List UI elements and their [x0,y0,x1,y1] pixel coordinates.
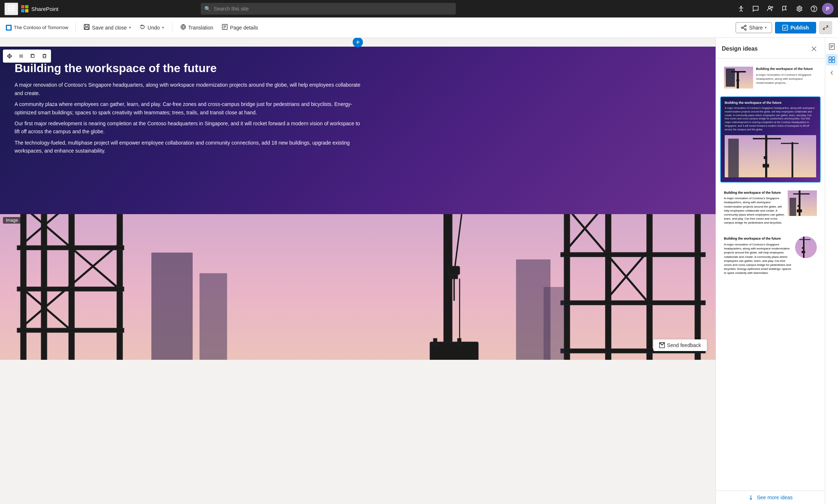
design-idea-card-4[interactable]: Building the workspace of the future A m… [720,233,821,279]
help-button[interactable] [807,2,821,15]
see-more-label: See more ideas [757,495,792,500]
svg-rect-102 [736,79,739,81]
people-button[interactable] [764,2,777,15]
design-panel-title: Design ideas [722,46,758,52]
site-icon [6,25,12,31]
add-section-button[interactable]: + [353,38,363,47]
toolbar-divider-1 [75,23,76,33]
svg-point-17 [811,6,817,12]
chat-button[interactable] [749,2,762,15]
card3-text: Building the workspace of the future A m… [724,190,785,225]
sidebar-page-btn[interactable] [826,41,838,52]
duplicate-section-button[interactable] [28,51,38,61]
send-feedback-label: Send feedback [667,342,701,348]
card1-body: A major renovation of Contoso's Singapor… [756,73,817,85]
waffle-menu-button[interactable] [4,3,18,15]
section-settings-button[interactable] [16,51,26,61]
search-container: 🔍 [201,3,456,15]
site-breadcrumb[interactable]: The Contoso of Tomorrow [6,25,68,31]
svg-rect-40 [43,55,46,58]
svg-rect-33 [783,25,788,30]
svg-rect-131 [832,57,835,59]
save-close-label: Save and close [92,25,127,31]
send-feedback-button[interactable]: Send feedback [653,339,707,351]
svg-line-35 [823,27,825,29]
top-navigation: SharePoint 🔍 P [0,0,838,17]
undo-button[interactable]: Undo ▾ [136,22,167,34]
delete-section-button[interactable] [39,51,50,61]
svg-rect-114 [793,193,810,194]
settings-button[interactable] [793,2,806,15]
svg-rect-39 [31,55,34,58]
hero-section[interactable]: Building the workspace of the future A m… [0,47,716,214]
svg-rect-106 [753,138,781,139]
svg-rect-4 [11,7,12,9]
sidebar-arrow-btn[interactable] [826,67,838,79]
design-panel-ideas-list: Building the workspace of the future A m… [716,59,825,491]
svg-rect-19 [7,26,11,29]
design-panel-close-button[interactable] [809,44,819,54]
svg-point-28 [745,25,746,27]
translation-icon [180,24,186,31]
save-close-dropdown-arrow[interactable]: ▾ [129,25,131,29]
save-close-button[interactable]: Save and close ▾ [80,22,134,34]
hero-title[interactable]: Building the workspace of the future [15,61,701,75]
undo-label: Undo [148,25,160,31]
svg-line-12 [740,10,741,12]
svg-line-13 [741,10,743,12]
svg-rect-125 [802,251,805,253]
logo-sq-red [21,5,24,8]
undo-dropdown-arrow[interactable]: ▾ [162,25,164,29]
design-idea-card-1[interactable]: Building the workspace of the future A m… [720,63,821,92]
svg-rect-110 [791,142,793,177]
save-icon [84,24,90,31]
translation-button[interactable]: Translation [177,22,217,34]
page-canvas[interactable]: + Building the workspace of the future [0,38,716,504]
share-button[interactable]: Share ▾ [736,22,772,33]
publish-button[interactable]: Publish [775,22,816,34]
hero-body[interactable]: A major renovation of Contoso's Singapor… [15,81,364,155]
design-idea-card-3[interactable]: Building the workspace of the future A m… [720,187,821,229]
search-input[interactable] [201,3,456,15]
svg-point-29 [741,27,743,28]
flag-button[interactable] [778,2,791,15]
svg-rect-76 [564,214,570,360]
image-section[interactable]: Image [0,214,716,360]
collapse-panel-button[interactable] [819,21,832,34]
svg-rect-104 [728,138,739,177]
svg-rect-22 [85,27,89,29]
share-dropdown-arrow[interactable]: ▾ [765,25,767,29]
accessibility-button[interactable] [735,2,748,15]
svg-rect-111 [781,143,798,144]
logo-sq-green [25,5,28,8]
microsoft-logo[interactable]: SharePoint [21,5,58,12]
undo-icon [140,24,145,31]
construction-image[interactable] [0,214,716,360]
svg-rect-81 [561,253,705,257]
svg-rect-100 [731,71,746,72]
sidebar-design-ideas-btn[interactable] [826,54,838,66]
nav-icon-group: P [735,2,834,15]
page-details-button[interactable]: Page details [218,22,262,34]
svg-rect-77 [606,214,611,360]
design-idea-card-2[interactable]: Building the workspace of the future A m… [720,97,821,182]
toolbar-right-actions: Share ▾ Publish [736,21,832,34]
page-toolbar: The Contoso of Tomorrow Save and close ▾… [0,17,838,38]
see-more-ideas-button[interactable]: See more ideas [716,491,825,504]
user-avatar[interactable]: P [822,3,834,15]
card3-thumbnail [788,190,817,216]
card1-layout: Building the workspace of the future A m… [721,64,820,91]
svg-point-9 [740,6,742,7]
move-section-button[interactable] [4,51,15,61]
logo-icon [21,5,28,12]
card3-layout: Building the workspace of the future A m… [721,188,820,228]
svg-rect-78 [647,214,652,360]
card2-image [725,134,816,178]
svg-rect-118 [790,198,796,216]
hero-para-1: A major renovation of Contoso's Singapor… [15,81,364,97]
add-section-bar: + [0,38,716,47]
svg-rect-132 [829,60,831,63]
logo-sq-blue [21,9,24,12]
svg-rect-79 [695,214,700,360]
svg-rect-6 [8,10,10,11]
